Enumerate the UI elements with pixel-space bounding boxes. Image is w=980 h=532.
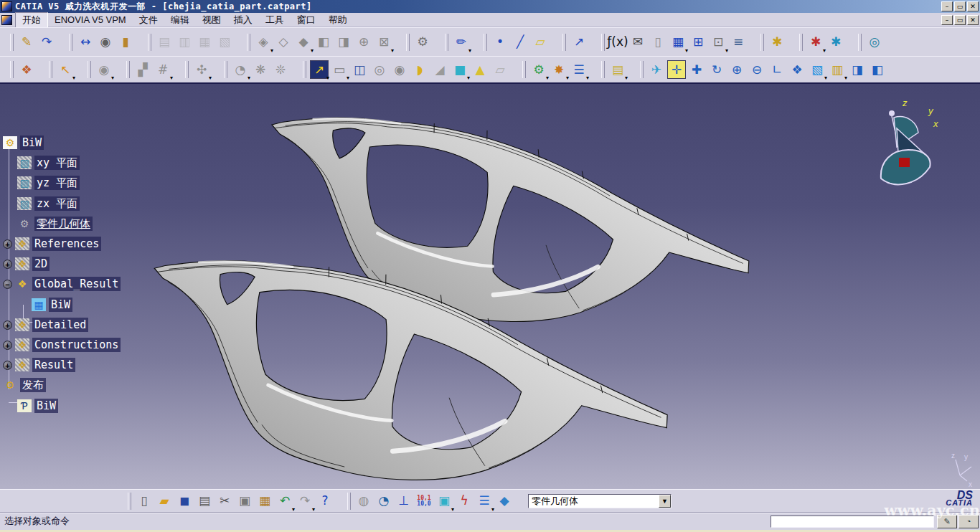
cut-icon[interactable]: ✂ <box>215 492 234 510</box>
lock-small-icon[interactable]: ▯ <box>649 33 667 52</box>
expand-icon[interactable]: + <box>3 260 12 269</box>
child-close-button[interactable]: ✕ <box>967 15 979 25</box>
zoom-out-icon[interactable]: ⊖ <box>748 60 766 79</box>
planes-view-icon[interactable]: ▞ <box>133 60 152 79</box>
menu-item-视图[interactable]: 视图 <box>196 13 227 27</box>
chamfer-icon[interactable]: ◢ <box>430 60 449 79</box>
menu-item-编辑[interactable]: 编辑 <box>164 13 196 27</box>
tree-item-BiW[interactable]: ƤBiW <box>17 397 58 414</box>
mass-properties-icon[interactable]: ◉ <box>96 33 115 52</box>
sketch-tracer-icon[interactable]: ✏▾ <box>452 33 471 52</box>
print-icon[interactable]: ▤ <box>195 492 214 510</box>
tree-item-label[interactable]: References <box>32 237 101 251</box>
weight-icon[interactable]: ▮ <box>116 33 135 52</box>
grid-icon[interactable]: #▾ <box>154 60 172 79</box>
tree-structure-icon[interactable]: ☰▾ <box>570 60 588 79</box>
paste-special-2-icon[interactable]: ▥ <box>175 33 194 52</box>
copy-icon[interactable]: ▣ <box>235 492 254 510</box>
sketcher-icon[interactable]: ↗▾ <box>310 60 329 79</box>
axis-system-icon[interactable]: ⊥ <box>395 492 413 510</box>
view-compass[interactable]: z y x <box>881 98 938 184</box>
lightning-icon[interactable]: ϟ <box>455 492 473 510</box>
tree-item-label[interactable]: BiW <box>34 399 58 413</box>
section-view-1-icon[interactable]: ◈▾ <box>254 33 273 52</box>
tree-item-BiW[interactable]: ⚙BiW <box>3 134 44 151</box>
fly-icon[interactable]: ✈ <box>647 60 666 79</box>
fillet-icon[interactable]: ◗ <box>410 60 429 79</box>
spray-1-icon[interactable]: ❋ <box>251 60 270 79</box>
zoom-in-icon[interactable]: ⊕ <box>727 60 746 79</box>
tree-item-Detailed[interactable]: +❖Detailed <box>3 316 88 333</box>
section-view-3-icon[interactable]: ◆▾ <box>294 33 313 52</box>
tree-item-2D[interactable]: +❖2D <box>3 255 50 272</box>
rotate-snap-icon[interactable]: ✣▾ <box>192 60 211 79</box>
tree-item-发布[interactable]: ⚙发布 <box>3 376 46 394</box>
multi-view-icon[interactable]: ❖ <box>788 60 806 79</box>
constraint-blue-icon[interactable]: ✱ <box>826 33 845 52</box>
menu-item-文件[interactable]: 文件 <box>133 13 164 27</box>
analysis-icon[interactable]: ✸▾ <box>550 60 568 79</box>
paste-special-3-icon[interactable]: ▦ <box>195 33 214 52</box>
look-at-icon[interactable]: ◉▾ <box>95 60 113 79</box>
relations-icon[interactable]: ⊞ <box>689 33 707 52</box>
menu-item-帮助[interactable]: 帮助 <box>322 13 354 27</box>
collapse-icon[interactable]: − <box>3 280 12 289</box>
web-link-icon[interactable]: ◍ <box>354 492 373 510</box>
options-gear-icon[interactable]: ⚙ <box>413 33 432 52</box>
hole-icon[interactable]: ◉ <box>390 60 409 79</box>
section-view-4-icon[interactable]: ◧ <box>314 33 333 52</box>
tree-item-References[interactable]: +❖References <box>3 235 101 252</box>
tree-item-BiW[interactable]: ▦BiW <box>32 296 72 313</box>
surface-icon[interactable]: ▱ <box>491 60 509 79</box>
expand-icon[interactable]: + <box>3 239 12 249</box>
normal-view-icon[interactable]: ∟ <box>768 60 786 79</box>
close-button[interactable]: ✕ <box>967 1 979 11</box>
save-icon[interactable]: ◼ <box>175 492 194 510</box>
expand-icon[interactable]: + <box>3 341 12 350</box>
expand-icon[interactable]: + <box>3 320 12 330</box>
layers-icon[interactable]: ▤▾ <box>608 60 627 79</box>
point-icon[interactable]: • <box>491 33 509 52</box>
target-view-icon[interactable]: ⊕ <box>354 33 373 52</box>
catalog-icon[interactable]: ↗ <box>570 33 588 52</box>
gears-icon[interactable]: ⚙▾ <box>529 60 548 79</box>
formula-icon[interactable]: ƒ(x) <box>608 33 627 52</box>
tree-item-Result[interactable]: +❖Result <box>3 356 75 374</box>
plane-icon[interactable]: ▱ <box>531 33 550 52</box>
body-combo-box[interactable]: 零件几何体 ▼ <box>528 494 672 508</box>
tree-item-label[interactable]: BiW <box>49 298 72 312</box>
paste-special-4-icon[interactable]: ▧ <box>215 33 234 52</box>
tree-item-label[interactable]: Global_Result <box>32 277 121 291</box>
select-arrow-icon[interactable]: ↖▾ <box>56 60 75 79</box>
box-feature-icon[interactable]: ■▾ <box>451 60 469 79</box>
box-view-icon[interactable]: ⊠▾ <box>374 33 393 52</box>
list-structure-icon[interactable]: ☰▾ <box>475 492 494 510</box>
section-view-5-icon[interactable]: ◨ <box>334 33 353 52</box>
expand-icon[interactable]: + <box>3 361 12 370</box>
swap-visible-space-icon[interactable]: ◧ <box>868 60 887 79</box>
combo-dropdown-icon[interactable]: ▼ <box>659 495 671 508</box>
rotate-view-icon[interactable]: ↻ <box>707 60 726 79</box>
iso-view-icon[interactable]: ▧▾ <box>808 60 826 79</box>
measure-icon[interactable]: ↔ <box>76 33 95 52</box>
redo-icon[interactable]: ↷▾ <box>296 492 314 510</box>
menu-item-窗口[interactable]: 窗口 <box>291 13 322 27</box>
open-file-icon[interactable]: ▰ <box>155 492 174 510</box>
pad-multi-icon[interactable]: ◫ <box>350 60 369 79</box>
design-table-icon[interactable]: ▦▾ <box>669 33 687 52</box>
tree-item-零件几何体[interactable]: ⚙零件几何体 <box>17 215 93 232</box>
paste-icon[interactable]: ▦ <box>255 492 274 510</box>
child-minimize-button[interactable]: – <box>941 15 953 25</box>
minimize-button[interactable]: – <box>941 1 953 11</box>
catalog-book-icon[interactable]: ◆ <box>495 492 514 510</box>
open-set-icon[interactable]: ↷ <box>37 33 56 52</box>
new-from-pad-icon[interactable]: ✎ <box>17 33 36 52</box>
pan-icon[interactable]: ✚ <box>687 60 706 79</box>
restore-button[interactable]: ▭ <box>954 1 966 11</box>
tree-item-Global_Result[interactable]: −❖Global_Result <box>3 275 121 293</box>
update-icon[interactable]: ▣▾ <box>435 492 453 510</box>
paste-special-1-icon[interactable]: ▤ <box>155 33 174 52</box>
workbench-icon[interactable]: ❖ <box>17 60 36 79</box>
positioned-sketch-icon[interactable]: ▭▾ <box>330 60 349 79</box>
menu-item-工具[interactable]: 工具 <box>259 13 291 27</box>
